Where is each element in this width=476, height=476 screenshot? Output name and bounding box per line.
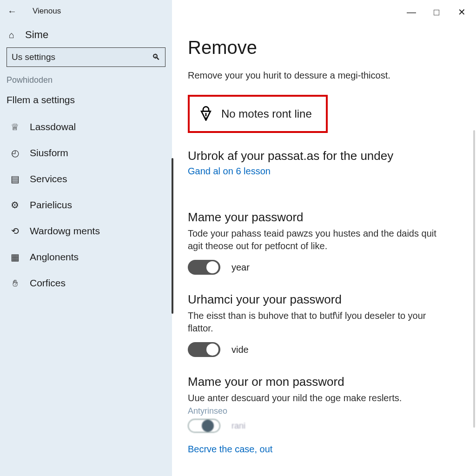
chat-icon: ▤	[9, 173, 20, 185]
group-title: Urhamci your your password	[188, 292, 462, 307]
group-title: Mame your password	[188, 210, 462, 225]
sidebar-item-services[interactable]: ▤ Services	[0, 166, 172, 192]
sidebar-item-siusform[interactable]: ◴ Siusform	[0, 140, 172, 166]
alert-highlight: No motes ront line	[188, 95, 328, 133]
maximize-button[interactable]: □	[430, 7, 443, 17]
sidebar-muted-label: Powhidoden	[0, 71, 172, 88]
group-title: Mame your or mon password	[188, 375, 462, 389]
sidebar-item-parielicus[interactable]: ⚙︎ Parielicus	[0, 192, 172, 218]
group-faded-label: Antyrinseo	[188, 406, 462, 416]
page-title: Remove	[188, 37, 462, 58]
alert-text: No motes ront line	[221, 107, 312, 120]
lock-alert-icon	[199, 105, 213, 123]
sidebar-item-anglonents[interactable]: ▦ Anglonents	[0, 244, 172, 270]
search-icon: 🔍︎	[152, 53, 160, 62]
home-label: Sime	[25, 29, 48, 41]
home-icon: ⌂	[7, 30, 17, 40]
group-description: Uue anter descuard your nild the oge mak…	[188, 392, 448, 404]
toggle-mame-mon-password[interactable]	[188, 419, 220, 433]
sidebar-item-lassdowal[interactable]: ♕ Lassdowal	[0, 114, 172, 140]
section-title: Urbrok af your passat.as for the undey	[188, 149, 462, 163]
sidebar-item-label: Corfices	[30, 278, 165, 289]
main-pane: ― □ ✕ Remove Remove your you hurit to de…	[172, 0, 476, 476]
grid-icon: ▦	[9, 251, 20, 263]
scrollbar[interactable]	[473, 130, 475, 428]
sidebar-item-label: Lassdowal	[30, 121, 165, 132]
sidebar-item-corfices[interactable]: ✋︎ Corfices	[0, 270, 172, 296]
back-button[interactable]: ←	[7, 7, 17, 16]
group-mame-password: Mame your password Tode your pahass teai…	[188, 210, 462, 275]
clock-icon: ◴	[9, 147, 20, 159]
sidebar-item-label: Wardowg ments	[30, 225, 165, 237]
group-description: Tode your pahass teaid pawzs you hustes …	[188, 227, 448, 252]
sidebar-item-label: Siusform	[30, 147, 165, 159]
toggle-mame-password[interactable]	[188, 260, 220, 275]
widget-icon: ⟲	[9, 225, 20, 237]
sidebar-section-title: Fllem a settings	[0, 88, 172, 111]
minimize-button[interactable]: ―	[405, 7, 417, 17]
group-mame-mon-password: Mame your or mon password Uue anter desc…	[188, 375, 462, 433]
group-description: The eisst than is buhove that to butf\if…	[188, 310, 448, 335]
search-input[interactable]: Us settings 🔍︎	[7, 47, 165, 67]
home-item[interactable]: ⌂ Sime	[0, 24, 172, 47]
mic-icon: ♕	[9, 121, 20, 132]
section-urbrok: Urbrok af your passat.as for the undey G…	[188, 149, 462, 192]
nav-list: ♕ Lassdowal ◴ Siusform ▤ Services ⚙︎ Par…	[0, 111, 172, 296]
sidebar: ← Vienous ⌂ Sime Us settings 🔍︎ Powhidod…	[0, 0, 172, 476]
app-title: Vienous	[33, 7, 61, 16]
search-value: Us settings	[12, 52, 152, 62]
sidebar-item-label: Services	[30, 173, 165, 185]
toggle-urhamci-password[interactable]	[188, 342, 220, 357]
svg-point-1	[205, 117, 206, 119]
search-wrap: Us settings 🔍︎	[0, 47, 172, 71]
content-area: Remove Remove your you hurit to dessure …	[172, 20, 476, 455]
group-urhamci-password: Urhamci your your password The eisst tha…	[188, 292, 462, 357]
sidebar-item-label: Parielicus	[30, 199, 165, 211]
toggle-label: year	[231, 262, 250, 273]
page-subtitle: Remove your you hurit to dessure a megi-…	[188, 70, 462, 81]
titlebar-left: ← Vienous	[0, 4, 172, 24]
toggle-label: vide	[231, 344, 249, 355]
gear-icon: ⚙︎	[9, 199, 20, 211]
toggle-label: rani	[231, 421, 245, 431]
sidebar-item-label: Anglonents	[30, 251, 165, 263]
sidebar-item-wardowg[interactable]: ⟲ Wardowg ments	[0, 218, 172, 244]
close-button[interactable]: ✕	[456, 7, 468, 17]
hand-icon: ✋︎	[9, 278, 20, 289]
section-link[interactable]: Gand al on 6 lesson	[188, 166, 271, 177]
bottom-link[interactable]: Becrve the case, out	[188, 444, 272, 455]
window-controls: ― □ ✕	[172, 0, 476, 20]
